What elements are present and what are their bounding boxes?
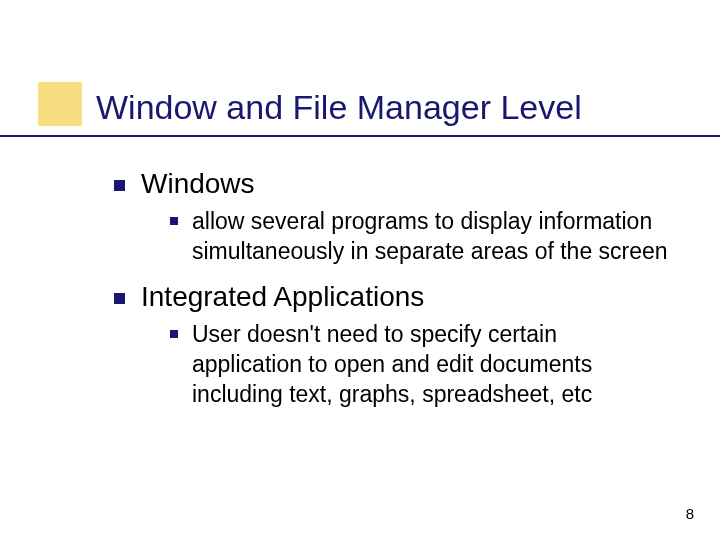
content-area: Windows allow several programs to displa… <box>114 168 674 424</box>
sublist: allow several programs to display inform… <box>170 206 674 267</box>
list-item: Windows <box>114 168 674 200</box>
slide-title: Window and File Manager Level <box>96 88 582 127</box>
sublist: User doesn't need to specify certain app… <box>170 319 674 410</box>
list-item: Integrated Applications <box>114 281 674 313</box>
list-item-label: Windows <box>141 168 255 200</box>
list-subitem: allow several programs to display inform… <box>170 206 674 267</box>
square-bullet-icon <box>114 293 125 304</box>
list-item-label: Integrated Applications <box>141 281 424 313</box>
title-underline <box>0 135 720 137</box>
list-subitem: User doesn't need to specify certain app… <box>170 319 674 410</box>
slide: Window and File Manager Level Windows al… <box>0 0 720 540</box>
page-number: 8 <box>686 505 694 522</box>
square-bullet-icon <box>114 180 125 191</box>
square-bullet-icon <box>170 330 178 338</box>
accent-square <box>38 82 82 126</box>
list-subitem-text: allow several programs to display inform… <box>192 206 672 267</box>
list-subitem-text: User doesn't need to specify certain app… <box>192 319 672 410</box>
square-bullet-icon <box>170 217 178 225</box>
